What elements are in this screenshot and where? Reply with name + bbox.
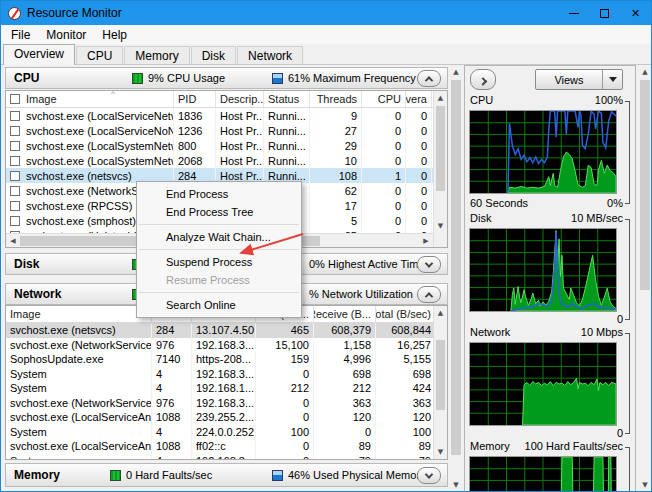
- row-checkbox[interactable]: [10, 171, 20, 181]
- table-row[interactable]: svchost.exe (LocalServiceAndNo...1088ff0…: [6, 439, 447, 454]
- scroll-down-icon[interactable]: ▼: [449, 478, 463, 492]
- tab-strip: Overview CPU Memory Disk Network: [1, 44, 651, 65]
- select-all-checkbox[interactable]: [10, 94, 20, 104]
- views-button[interactable]: Views: [535, 69, 623, 90]
- table-row[interactable]: svchost.exe (LocalServiceAndNo...1088239…: [6, 410, 447, 425]
- right-vertical-scrollbar[interactable]: ▲ ▼: [638, 65, 652, 492]
- table-cell: 7140: [152, 352, 192, 367]
- table-cell: 224.0.0.252: [192, 425, 256, 440]
- scroll-up-icon[interactable]: ▲: [449, 65, 463, 79]
- row-checkbox[interactable]: [10, 216, 20, 226]
- table-cell: 976: [152, 338, 192, 353]
- column-header[interactable]: CPU: [362, 91, 406, 107]
- table-cell: 1: [362, 168, 406, 183]
- row-checkbox[interactable]: [10, 141, 20, 151]
- row-checkbox[interactable]: [10, 156, 20, 166]
- table-cell: 159: [256, 352, 314, 367]
- window-title: Resource Monitor: [27, 6, 122, 20]
- table-row[interactable]: svchost.exe (NetworkService)976192.168.3…: [6, 338, 447, 353]
- table-cell: 89: [376, 439, 436, 454]
- table-cell: 0: [362, 153, 406, 168]
- column-header[interactable]: Descrip...: [216, 91, 264, 107]
- column-header[interactable]: Avera: [406, 91, 432, 107]
- column-header[interactable]: Receive (B...: [314, 306, 376, 322]
- table-row[interactable]: SophosUpdate.exe7140https-208...1594,996…: [6, 352, 447, 367]
- scroll-down-icon[interactable]: ▼: [434, 219, 447, 233]
- menu-file[interactable]: File: [3, 28, 38, 42]
- main-vscroll-thumb[interactable]: [451, 80, 461, 455]
- context-menu-item[interactable]: Search Online: [137, 296, 301, 314]
- main-vertical-scrollbar[interactable]: ▲ ▼: [449, 65, 463, 492]
- column-header[interactable]: Status: [264, 91, 310, 107]
- column-header[interactable]: Threads: [310, 91, 362, 107]
- tab-overview[interactable]: Overview: [3, 44, 75, 65]
- table-row[interactable]: svchost.exe (LocalSystemNetwor...800Host…: [6, 138, 447, 153]
- row-checkbox[interactable]: [10, 126, 20, 136]
- expand-panel-button[interactable]: [470, 69, 496, 90]
- app-icon: [8, 7, 21, 20]
- menu-help[interactable]: Help: [94, 28, 135, 42]
- table-row[interactable]: svchost.exe (LocalSystemNetwor...2068Hos…: [6, 153, 447, 168]
- table-cell: 0: [256, 410, 314, 425]
- table-row[interactable]: svchost.exe (LocalServiceNoNetw...1236Ho…: [6, 123, 447, 138]
- network-vscroll-thumb[interactable]: [436, 340, 445, 410]
- right-vscroll-thumb[interactable]: [640, 80, 650, 290]
- views-dropdown-arrow[interactable]: [602, 70, 622, 89]
- table-cell: svchost.exe (LocalServiceNetwor...: [6, 108, 174, 123]
- row-checkbox[interactable]: [10, 111, 20, 121]
- cpu-vertical-scrollbar[interactable]: ▲ ▼: [433, 91, 447, 247]
- tab-cpu[interactable]: CPU: [76, 46, 123, 64]
- minimize-button[interactable]: [558, 1, 589, 25]
- tab-network[interactable]: Network: [237, 46, 303, 64]
- table-cell: 4: [152, 367, 192, 382]
- tab-disk[interactable]: Disk: [191, 46, 236, 64]
- maximize-button[interactable]: [589, 1, 620, 25]
- tab-memory[interactable]: Memory: [124, 46, 189, 64]
- memory-section-header[interactable]: Memory 0 Hard Faults/sec 46% Used Physic…: [5, 463, 448, 487]
- scroll-down-icon[interactable]: ▼: [434, 445, 447, 459]
- table-cell: 0: [406, 183, 432, 198]
- table-row[interactable]: System4192.168.3...0698698: [6, 367, 447, 382]
- column-header[interactable]: Total (B/sec): [376, 306, 436, 322]
- table-cell: 0: [406, 153, 432, 168]
- scroll-up-icon[interactable]: ▲: [434, 306, 447, 320]
- network-table-pane: ImagePIDAddressSend (B/s...Receive (B...…: [5, 305, 448, 460]
- table-row[interactable]: System4192.168.1...212212424: [6, 381, 447, 396]
- scroll-up-icon[interactable]: ▲: [638, 65, 652, 79]
- scroll-left-icon[interactable]: ◀: [6, 234, 20, 248]
- table-row[interactable]: System4192.168.3...07979: [6, 454, 447, 461]
- cpu-table-header[interactable]: ^ ImagePIDDescrip...StatusThreadsCPUAver…: [6, 91, 447, 108]
- scroll-right-icon[interactable]: ▶: [419, 234, 433, 248]
- cpu-collapse-button[interactable]: [417, 70, 441, 87]
- column-header[interactable]: Image: [6, 306, 152, 322]
- memory-expand-button[interactable]: [417, 467, 441, 484]
- context-menu-item[interactable]: Analyze Wait Chain...: [137, 228, 301, 246]
- cpu-graph-min: 0%: [607, 197, 623, 209]
- disk-expand-button[interactable]: [417, 256, 441, 273]
- chevron-up-icon: [425, 76, 433, 84]
- column-header[interactable]: PID: [174, 91, 216, 107]
- table-row[interactable]: svchost.exe (netsvcs)28413.107.4.5046560…: [6, 323, 447, 338]
- menu-monitor[interactable]: Monitor: [38, 28, 94, 42]
- context-menu-item[interactable]: End Process Tree: [137, 203, 301, 221]
- table-row[interactable]: System4224.0.0.2521000100: [6, 425, 447, 440]
- context-menu-item[interactable]: End Process: [137, 185, 301, 203]
- cpu-section-header[interactable]: CPU 9% CPU Usage 61% Maximum Frequency: [5, 67, 448, 89]
- context-menu-item[interactable]: Suspend Process: [137, 253, 301, 271]
- row-checkbox[interactable]: [10, 201, 20, 211]
- close-button[interactable]: ✕: [620, 1, 651, 25]
- scroll-down-icon[interactable]: ▼: [638, 478, 652, 492]
- row-checkbox[interactable]: [10, 186, 20, 196]
- cpu-vscroll-thumb[interactable]: [436, 106, 445, 191]
- column-header[interactable]: Image: [6, 91, 174, 107]
- table-row[interactable]: svchost.exe (NetworkService)976192.168.3…: [6, 396, 447, 411]
- menu-bar: File Monitor Help: [1, 25, 651, 44]
- scroll-up-icon[interactable]: ▲: [434, 91, 447, 105]
- menu-separator: [139, 249, 299, 250]
- network-vertical-scrollbar[interactable]: ▲ ▼: [433, 306, 447, 459]
- network-collapse-button[interactable]: [417, 286, 441, 303]
- table-row[interactable]: svchost.exe (LocalServiceNetwor...1836Ho…: [6, 108, 447, 123]
- table-cell: 5,155: [376, 352, 436, 367]
- table-cell: 27: [310, 123, 362, 138]
- table-cell: 79: [314, 454, 376, 461]
